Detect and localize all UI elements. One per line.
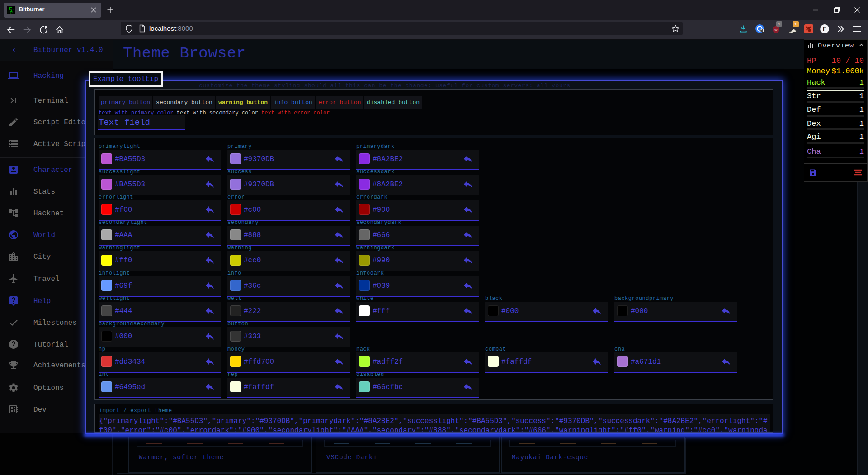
svg-text:w: w	[774, 28, 778, 32]
